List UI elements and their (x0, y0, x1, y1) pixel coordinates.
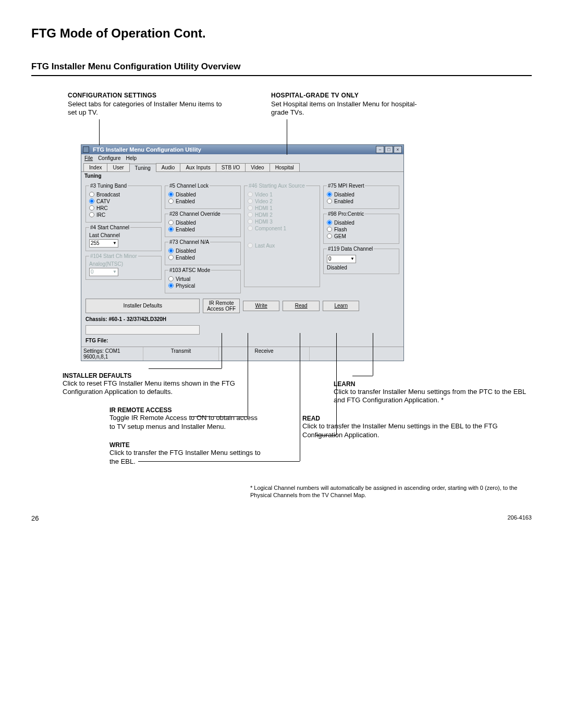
group-tuning-band: #3 Tuning Band Broadcast CATV HRC IRC (85, 183, 162, 223)
tab-user[interactable]: User (107, 163, 129, 171)
leader-line (300, 333, 300, 461)
start-channel-label: Last Channel (89, 232, 158, 238)
leader-line (287, 119, 287, 155)
ftg-file-line: FTG File: (85, 338, 399, 343)
tab-aux-inputs[interactable]: Aux Inputs (180, 163, 216, 171)
legend-procentric: #98 Pro:Centric (327, 211, 365, 217)
radio-catv[interactable]: CATV (89, 199, 158, 204)
minimize-icon[interactable]: − (376, 146, 384, 153)
radio-aux-video2: Video 2 (248, 199, 316, 204)
leader-line (336, 333, 337, 435)
tab-hospital[interactable]: Hospital (270, 163, 300, 171)
group-start-aux-src: #46 Starting Aux Source Video 1 Video 2 … (244, 183, 320, 287)
data-channel-dropdown[interactable]: 0▼ (327, 255, 356, 263)
chassis-line: Chassis: #60-1 - 32/37/42LD320H (85, 316, 200, 322)
close-icon[interactable]: × (394, 146, 402, 153)
app-icon (83, 146, 89, 153)
callout-ir-remote-title: IR REMOTE ACCESS (109, 406, 172, 414)
tab-index[interactable]: Index (83, 163, 107, 171)
leader-line (190, 416, 248, 417)
radio-chlock-disabled[interactable]: Disabled (168, 192, 237, 198)
page-title: FTG Mode of Operation Cont. (31, 26, 532, 41)
titlebar: FTG Installer Menu Configuration Utility… (81, 145, 403, 154)
menu-file[interactable]: File (84, 155, 93, 161)
radio-mpi-disabled[interactable]: Disabled (327, 192, 396, 198)
ir-remote-access-button[interactable]: IR Remote Access OFF (203, 299, 240, 313)
radio-chna-disabled[interactable]: Disabled (168, 248, 237, 254)
learn-button[interactable]: Learn (323, 301, 360, 311)
start-ch-minor-label: Analog(NTSC) (89, 261, 158, 267)
tab-stb-io[interactable]: STB I/O (216, 163, 246, 171)
comm-transmit: Transmit (143, 347, 219, 361)
start-channel-dropdown[interactable]: 255▼ (89, 239, 118, 248)
radio-aux-video1: Video 1 (248, 192, 316, 198)
radio-irc[interactable]: IRC (89, 212, 158, 218)
radio-chna-enabled[interactable]: Enabled (168, 255, 237, 261)
comm-status-row: Settings: COM1 9600,n,8,1 Transmit Recei… (81, 347, 403, 361)
leader-line (248, 333, 248, 416)
callout-config-title: CONFIGURATION SETTINGS (68, 92, 224, 99)
installer-defaults-button[interactable]: Installer Defaults (85, 299, 200, 313)
tab-video[interactable]: Video (245, 163, 270, 171)
menubar: File Configure Help (81, 154, 403, 162)
radio-aux-hdmi3: HDMI 3 (248, 219, 316, 225)
radio-aux-hdmi1: HDMI 1 (248, 205, 316, 211)
radio-chovr-enabled[interactable]: Enabled (168, 227, 237, 232)
leader-line (99, 119, 100, 145)
start-ch-minor-dropdown: 0▼ (89, 268, 118, 276)
leader-line (316, 435, 336, 436)
comm-settings: Settings: COM1 9600,n,8,1 (81, 347, 143, 361)
legend-start-aux: #46 Starting Aux Source (248, 183, 306, 189)
leader-line (149, 368, 222, 369)
radio-hrc[interactable]: HRC (89, 205, 158, 211)
radio-aux-hdmi2: HDMI 2 (248, 212, 316, 218)
legend-tuning-band: #3 Tuning Band (89, 183, 128, 189)
callout-installer-defaults-title: INSTALLER DEFAULTS (63, 372, 131, 379)
group-data-channel: #119 Data Channel 0▼ Disabled (323, 246, 399, 274)
callout-hospital-body: Set Hospital items on Installer Menu for… (271, 100, 427, 117)
doc-number: 206-4163 (508, 514, 532, 522)
radio-pc-flash[interactable]: Flash (327, 227, 396, 232)
radio-pc-gem[interactable]: GEM (327, 233, 396, 239)
radio-atsc-virtual[interactable]: Virtual (168, 276, 237, 282)
group-atsc-mode: #103 ATSC Mode Virtual Physical (165, 267, 241, 293)
radio-mpi-enabled[interactable]: Enabled (327, 199, 396, 204)
legend-mpi-revert: #75 MPI Revert (327, 183, 365, 189)
menu-configure[interactable]: Configure (98, 155, 120, 161)
leader-line (222, 333, 222, 368)
callout-config-body: Select tabs for categories of Installer … (68, 100, 224, 117)
radio-atsc-physical[interactable]: Physical (168, 283, 237, 289)
chevron-down-icon: ▼ (113, 269, 117, 274)
radio-chlock-enabled[interactable]: Enabled (168, 199, 237, 204)
legend-start-channel: #4 Start Channel (89, 225, 130, 230)
radio-pc-disabled[interactable]: Disabled (327, 220, 396, 226)
read-button[interactable]: Read (283, 301, 320, 311)
callout-write-body: Click to transfer the FTG Installer Menu… (109, 449, 261, 466)
chevron-down-icon: ▼ (350, 256, 354, 261)
chevron-down-icon: ▼ (113, 241, 117, 245)
group-channel-override: #28 Channel Override Disabled Enabled (165, 211, 241, 237)
tab-tuning[interactable]: Tuning (129, 164, 156, 172)
radio-chovr-disabled[interactable]: Disabled (168, 220, 237, 226)
legend-channel-override: #28 Channel Override (168, 211, 222, 217)
menu-help[interactable]: Help (126, 155, 137, 161)
tab-row: Index User Tuning Audio Aux Inputs STB I… (81, 162, 403, 172)
callout-installer-defaults-body: Click to reset FTG Installer Menu items … (63, 379, 261, 397)
radio-broadcast[interactable]: Broadcast (89, 192, 158, 198)
group-start-channel: #4 Start Channel Last Channel 255▼ (85, 225, 162, 251)
active-tab-title: Tuning (81, 172, 403, 180)
group-mpi-revert: #75 MPI Revert Disabled Enabled (323, 183, 399, 209)
callout-write-title: WRITE (109, 441, 130, 449)
legend-start-ch-minor: #104 Start Ch Minor (89, 253, 138, 259)
callout-hospital-title: HOSPITAL-GRADE TV ONLY (271, 92, 427, 99)
page-number: 26 (31, 514, 39, 522)
app-window: FTG Installer Menu Configuration Utility… (81, 144, 404, 361)
write-button[interactable]: Write (243, 301, 280, 311)
progress-bar (85, 325, 200, 335)
callout-learn-body: Click to transfer Installer Menu setting… (334, 388, 532, 405)
data-channel-status: Disabled (327, 265, 396, 270)
group-channel-lock: #5 Channel Lock Disabled Enabled (165, 183, 241, 209)
tab-audio[interactable]: Audio (156, 163, 181, 171)
maximize-icon[interactable]: □ (385, 146, 393, 153)
callout-read-body: Click to transfer the Installer Menu set… (302, 422, 532, 440)
